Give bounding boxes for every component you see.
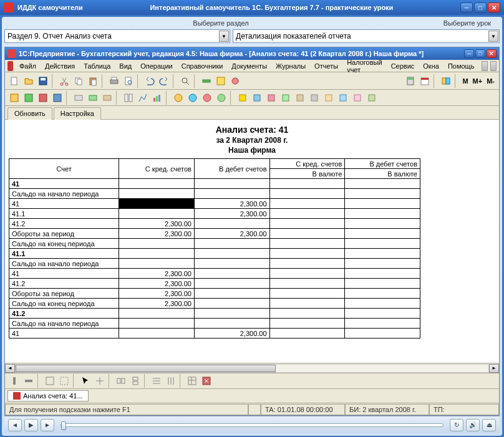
player-thumb[interactable]: [61, 421, 66, 430]
table-row[interactable]: 412,300.00: [9, 329, 420, 339]
preview-icon[interactable]: [122, 74, 135, 88]
table-row[interactable]: 41.22,300.00: [9, 219, 420, 229]
player-repeat-button[interactable]: ↻: [450, 419, 463, 431]
section-select[interactable]: Раздел 9. Отчет Анализ счета ▼: [4, 29, 230, 43]
calendar-icon[interactable]: [418, 74, 432, 88]
t3-icon[interactable]: [164, 374, 178, 388]
t2-icon[interactable]: [86, 91, 100, 105]
open-icon[interactable]: [22, 74, 36, 88]
scroll-right-icon[interactable]: ►: [489, 364, 499, 373]
help-icon[interactable]: [439, 74, 453, 88]
t3-icon[interactable]: [57, 374, 71, 388]
t3-icon[interactable]: [150, 374, 163, 388]
new-icon[interactable]: [7, 74, 21, 88]
scroll-track[interactable]: [15, 364, 489, 373]
table-row[interactable]: Сальдо на начало периода: [9, 259, 420, 269]
menu-view[interactable]: Вид: [115, 61, 135, 71]
lesson-select[interactable]: Детализация показателей отчета ▼: [233, 29, 500, 43]
pointer-icon[interactable]: [79, 374, 92, 388]
t2-icon[interactable]: [351, 91, 364, 105]
t2-icon[interactable]: [72, 91, 85, 105]
print-icon[interactable]: [107, 74, 121, 88]
menu-actions[interactable]: Действия: [41, 61, 79, 71]
t2-icon[interactable]: [51, 91, 64, 105]
t2-icon[interactable]: [236, 91, 250, 105]
table-row[interactable]: 41: [9, 179, 420, 189]
minimize-button[interactable]: ─: [460, 2, 473, 12]
player-stop-button[interactable]: ⏏: [482, 419, 496, 431]
table-row[interactable]: Сальдо на начало периода: [9, 319, 420, 329]
inner-maximize-button[interactable]: □: [475, 49, 485, 58]
t2-icon[interactable]: [200, 91, 214, 105]
table-row[interactable]: Обороты за период2,300.002,300.00: [9, 229, 420, 239]
t2-icon[interactable]: [100, 91, 114, 105]
find-icon[interactable]: [178, 74, 192, 88]
menu-journals[interactable]: Журналы: [272, 61, 309, 71]
t3-icon[interactable]: [7, 374, 21, 388]
table-row[interactable]: 41.2: [9, 309, 420, 319]
t2-icon[interactable]: [36, 91, 50, 105]
maximize-button[interactable]: □: [474, 2, 487, 12]
menu-documents[interactable]: Документы: [228, 61, 271, 71]
tool-icon[interactable]: [228, 74, 242, 88]
chevron-down-icon[interactable]: ▼: [488, 31, 498, 42]
menu-service[interactable]: Сервис: [387, 61, 419, 71]
t3-icon[interactable]: [43, 374, 57, 388]
tab-settings[interactable]: Настройка: [54, 107, 101, 120]
table-row[interactable]: Сальдо на конец периода2,300.00: [9, 299, 420, 309]
table-row[interactable]: Сальдо на конец периода: [9, 239, 420, 249]
menu-file[interactable]: Файл: [16, 61, 40, 71]
t2-icon[interactable]: [186, 91, 200, 105]
player-slider[interactable]: [61, 423, 443, 427]
mdi-close-icon[interactable]: [490, 61, 497, 71]
scroll-left-icon[interactable]: ◄: [5, 364, 15, 373]
player-play-button[interactable]: ▶: [24, 419, 38, 431]
player-next-button[interactable]: ►: [41, 419, 54, 431]
mdi-restore-icon[interactable]: [482, 61, 488, 71]
t2-icon[interactable]: [22, 91, 36, 105]
table-row[interactable]: 41.22,300.00: [9, 279, 420, 289]
t2-icon[interactable]: [150, 91, 164, 105]
table-row[interactable]: 412,300.002,300.00: [9, 199, 420, 209]
menu-windows[interactable]: Окна: [419, 61, 443, 71]
calculator-icon[interactable]: [404, 74, 417, 88]
window-tab[interactable]: Анализ счета: 41...: [7, 390, 89, 401]
t3-icon[interactable]: [93, 374, 107, 388]
m-plus-button[interactable]: M+: [471, 77, 485, 85]
scroll-thumb[interactable]: [16, 365, 276, 372]
tool-icon[interactable]: [214, 74, 228, 88]
player-prev-button[interactable]: ◄: [8, 419, 22, 431]
t2-icon[interactable]: [293, 91, 307, 105]
t2-icon[interactable]: [336, 91, 350, 105]
t2-icon[interactable]: [264, 91, 278, 105]
table-row[interactable]: 41.12,300.00: [9, 209, 420, 219]
t2-icon[interactable]: [250, 91, 264, 105]
table-row[interactable]: Обороты за период2,300.00: [9, 289, 420, 299]
tool-icon[interactable]: [200, 74, 213, 88]
table-row[interactable]: 412,300.00: [9, 269, 420, 279]
report-table[interactable]: Счет С кред. счетов В дебет счетов С кре…: [5, 158, 499, 363]
t3-icon[interactable]: [114, 374, 128, 388]
table-row[interactable]: Сальдо на начало периода: [9, 189, 420, 199]
t2-icon[interactable]: [279, 91, 293, 105]
t2-icon[interactable]: [122, 91, 135, 105]
chevron-down-icon[interactable]: ▼: [219, 31, 229, 42]
table-row[interactable]: 41.1: [9, 249, 420, 259]
t2-icon[interactable]: [172, 91, 185, 105]
undo-icon[interactable]: [143, 74, 157, 88]
cut-icon[interactable]: [57, 74, 71, 88]
menu-directories[interactable]: Справочники: [178, 61, 227, 71]
t3-icon[interactable]: [200, 374, 213, 388]
menu-help[interactable]: Помощь: [444, 61, 478, 71]
inner-close-button[interactable]: ✕: [487, 49, 497, 58]
t2-icon[interactable]: [136, 91, 150, 105]
tab-refresh[interactable]: Обновить: [7, 107, 52, 120]
m-button[interactable]: M: [460, 77, 470, 85]
t2-icon[interactable]: [322, 91, 336, 105]
t3-icon[interactable]: [22, 374, 36, 388]
redo-icon[interactable]: [157, 74, 171, 88]
t3-icon[interactable]: [185, 374, 199, 388]
menu-table[interactable]: Таблица: [80, 61, 114, 71]
menu-operations[interactable]: Операции: [137, 61, 176, 71]
inner-minimize-button[interactable]: ─: [464, 49, 474, 58]
